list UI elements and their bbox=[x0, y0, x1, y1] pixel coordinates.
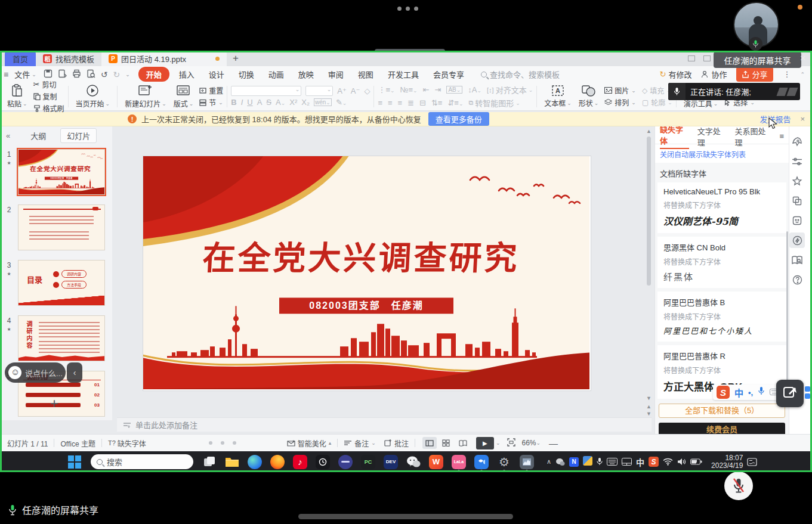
underline-icon[interactable]: U bbox=[247, 98, 252, 107]
font-color-icon[interactable]: A⌄ bbox=[276, 98, 285, 107]
zoom-level[interactable]: 66% bbox=[521, 439, 536, 447]
tray-photos-icon[interactable] bbox=[583, 456, 592, 468]
grow-font-icon[interactable]: A⁺ bbox=[337, 86, 347, 95]
alert-close-icon[interactable]: × bbox=[800, 114, 805, 123]
scrollbar-thumb[interactable] bbox=[647, 137, 651, 286]
view-normal-button[interactable] bbox=[422, 437, 437, 449]
menu-animation[interactable]: 动画 bbox=[261, 69, 291, 80]
beautify-button[interactable]: 智能美化▴ bbox=[287, 438, 332, 448]
tray-onenote-icon[interactable]: N bbox=[569, 457, 579, 467]
copy-button[interactable]: 复制 bbox=[33, 91, 64, 101]
textbox-button[interactable]: A 文本框⌄ bbox=[541, 83, 575, 110]
tray-keyboard-icon[interactable] bbox=[607, 458, 618, 466]
menu-devtools[interactable]: 开发工具 bbox=[381, 69, 426, 80]
rail-sticker-icon[interactable] bbox=[789, 213, 805, 228]
play-options-caret[interactable]: ⌄ bbox=[496, 440, 501, 446]
picture-button[interactable]: 图片⌄ bbox=[604, 85, 636, 95]
view-reading-button[interactable] bbox=[456, 437, 470, 449]
file-explorer-icon[interactable] bbox=[223, 453, 241, 471]
eclipse-icon[interactable] bbox=[336, 453, 354, 471]
ime-mic-icon[interactable] bbox=[758, 386, 765, 398]
rail-help-icon[interactable] bbox=[789, 272, 805, 287]
missing-fonts-indicator[interactable]: T? 缺失字体 bbox=[108, 438, 146, 448]
tab-docer-templates[interactable]: 稻 找稻壳模板 bbox=[36, 51, 101, 66]
tray-wifi-icon[interactable] bbox=[663, 458, 673, 466]
tray-wechat-icon[interactable] bbox=[555, 458, 565, 466]
tray-sogou-icon[interactable]: S bbox=[649, 457, 659, 467]
rail-duplicate-icon[interactable] bbox=[789, 193, 805, 209]
annotation-tool-button[interactable] bbox=[776, 380, 804, 407]
highlight-icon[interactable]: ✎⌄ bbox=[336, 98, 347, 107]
panel-scrollbar[interactable] bbox=[786, 231, 788, 386]
layout-button[interactable]: 版式⌄ bbox=[170, 83, 197, 110]
panel-tab-text[interactable]: 文字处理 bbox=[697, 125, 727, 148]
ime-punctuation-icon[interactable]: •, bbox=[748, 388, 753, 397]
shrink-font-icon[interactable]: A⁻ bbox=[351, 86, 360, 95]
auto-show-link[interactable]: 关闭自动展示缺失字体列表 bbox=[660, 151, 746, 159]
chat-placeholder[interactable]: 说点什么... bbox=[25, 367, 63, 379]
arrange-button[interactable]: 排列⌄ bbox=[604, 97, 636, 107]
font-card[interactable]: HelveticaNeueLT Pro 95 Blk 将替换成下方字体 汉仪刚艺… bbox=[657, 182, 786, 233]
section-button[interactable]: 节⌄ bbox=[199, 97, 223, 107]
slide-thumb-4[interactable]: 4★ 调研内容 bbox=[0, 315, 112, 361]
notes-button[interactable]: 备注⌄ bbox=[344, 438, 376, 448]
zoom-out-button[interactable]: — bbox=[549, 438, 558, 448]
align-right-icon[interactable]: ≡ bbox=[398, 98, 403, 107]
collab-button[interactable]: 协作 bbox=[701, 69, 727, 80]
add-slide-button[interactable]: + bbox=[50, 395, 58, 412]
panel-menu-icon[interactable]: ≡ bbox=[779, 132, 784, 141]
collapse-sidebar-icon[interactable]: « bbox=[0, 131, 14, 140]
meeting-more-dots[interactable] bbox=[397, 7, 418, 11]
wps-icon[interactable]: W bbox=[427, 453, 445, 471]
download-all-button[interactable]: 全部下载和替换（5） bbox=[659, 404, 785, 418]
bold-icon[interactable]: B bbox=[231, 98, 236, 107]
new-tab-button[interactable]: + bbox=[227, 51, 245, 66]
sogou-ime-dock[interactable]: S 中 •, bbox=[713, 385, 783, 400]
font-name-combo[interactable] bbox=[231, 86, 301, 96]
align-center-icon[interactable]: ≡ bbox=[388, 98, 393, 107]
menu-slideshow[interactable]: 放映 bbox=[291, 69, 321, 80]
menu-member[interactable]: 会员专享 bbox=[426, 69, 471, 80]
rail-proofread-icon[interactable] bbox=[789, 252, 805, 268]
cut-button[interactable]: ✂剪切 bbox=[33, 79, 64, 89]
rail-energy-icon[interactable] bbox=[789, 232, 805, 248]
slide-thumb-1[interactable]: 1★ bbox=[0, 149, 112, 195]
netease-music-icon[interactable]: ♪ bbox=[291, 453, 309, 471]
justify-icon[interactable]: ≣ bbox=[407, 98, 414, 107]
print-preview-icon[interactable] bbox=[87, 69, 95, 80]
slide-thumb-3[interactable]: 3★ 目录 调研内容 方法手段 bbox=[0, 260, 112, 306]
slide-thumb-2[interactable]: 2 bbox=[0, 204, 112, 250]
strike-icon[interactable]: S bbox=[266, 98, 271, 107]
firefox-icon[interactable] bbox=[268, 453, 286, 471]
tray-battery-icon[interactable] bbox=[690, 458, 702, 465]
menu-transition[interactable]: 切换 bbox=[231, 69, 261, 80]
text-direction-icon[interactable]: AB⌄ bbox=[446, 86, 462, 94]
more-menu-icon[interactable]: ⋮ bbox=[783, 70, 791, 79]
rail-docer-icon[interactable] bbox=[789, 134, 805, 150]
mute-mic-button[interactable] bbox=[724, 472, 753, 500]
bullet-list-icon[interactable]: ⋮≡⌄ bbox=[378, 85, 394, 94]
task-view-button[interactable] bbox=[200, 453, 218, 471]
shape-button[interactable]: 形状⌄ bbox=[575, 83, 603, 110]
panel-tab-missing-fonts[interactable]: 缺失字体 bbox=[660, 123, 689, 149]
collapse-ribbon-icon[interactable]: ⌃ bbox=[800, 72, 805, 77]
font-size-combo[interactable] bbox=[305, 86, 333, 96]
hamburger-icon[interactable]: ≡ bbox=[4, 70, 8, 79]
edge-icon[interactable] bbox=[246, 453, 264, 471]
tab-home[interactable]: 首页 bbox=[5, 51, 36, 66]
view-sorter-button[interactable] bbox=[439, 437, 453, 449]
wechat-icon[interactable] bbox=[405, 453, 422, 471]
menu-insert[interactable]: 插入 bbox=[172, 69, 202, 80]
menu-view[interactable]: 视图 bbox=[351, 69, 381, 80]
menu-design[interactable]: 设计 bbox=[202, 69, 231, 80]
tray-ime-indicator[interactable]: 中 bbox=[636, 456, 644, 468]
para-spacing-icon[interactable]: ⇵≡⌄ bbox=[447, 98, 463, 107]
smart-graphic-button[interactable]: ⧉转智能图形⌄ bbox=[468, 97, 520, 108]
clock-app-icon[interactable] bbox=[314, 453, 332, 471]
meeting-chat-bubble[interactable]: 说点什么... bbox=[5, 362, 66, 383]
number-list-icon[interactable]: №≡⌄ bbox=[400, 85, 418, 94]
menu-review[interactable]: 审阅 bbox=[321, 69, 351, 80]
tray-volume-icon[interactable] bbox=[677, 458, 686, 466]
sogou-toolbox-icon2[interactable] bbox=[805, 393, 810, 399]
share-close-icon[interactable]: × bbox=[800, 52, 806, 64]
